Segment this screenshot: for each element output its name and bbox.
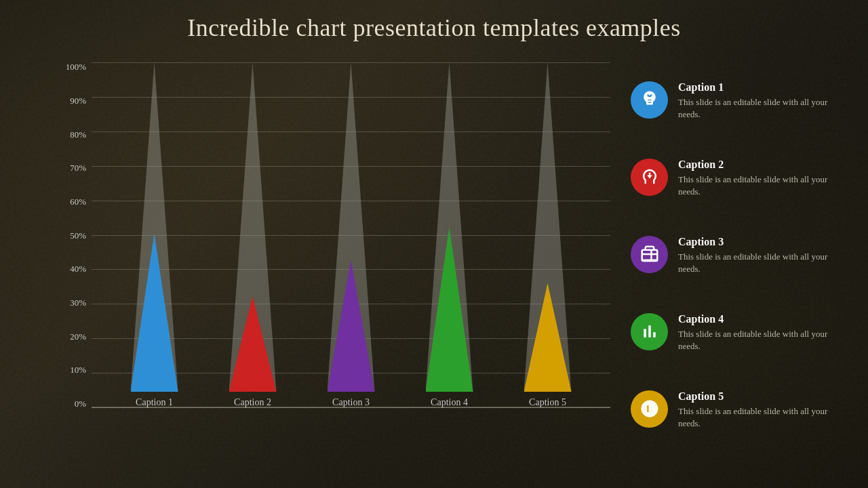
y-label-90: 90% (58, 96, 92, 105)
y-label-50: 50% (58, 231, 92, 240)
chart-bar-icon (639, 321, 660, 342)
bar-group-4: Caption 4 (416, 62, 484, 408)
legend-title-2: Caption 2 (678, 159, 848, 171)
bar-group-2: Caption 2 (219, 62, 287, 408)
legend-icon-4 (631, 313, 668, 350)
y-label-80: 80% (58, 130, 92, 139)
briefcase-icon (639, 244, 660, 264)
legend-title-5: Caption 5 (678, 390, 848, 403)
y-label-100: 100% (58, 62, 92, 71)
legend-title-4: Caption 4 (678, 313, 848, 325)
legend-text-1: Caption 1 This slide is an editable slid… (678, 81, 848, 121)
bar-group-1: Caption 1 (121, 62, 189, 408)
legend-icon-2 (631, 159, 668, 196)
chart-area: 0% 10% 20% 30% 40% 50% 60% 70% 80% 90% 1… (20, 56, 610, 455)
y-label-0: 0% (58, 399, 92, 408)
legend-desc-2: This slide is an editable slide with all… (678, 174, 848, 198)
legend-text-2: Caption 2 This slide is an editable slid… (678, 159, 848, 198)
legend-icon-5 (631, 390, 668, 428)
chart-inner: 0% 10% 20% 30% 40% 50% 60% 70% 80% 90% 1… (58, 62, 610, 408)
y-label-30: 30% (58, 298, 92, 307)
bar-wrapper-5 (524, 62, 572, 392)
content-area: 0% 10% 20% 30% 40% 50% 60% 70% 80% 90% 1… (20, 56, 848, 455)
bar-group-5: Caption 5 (514, 62, 582, 408)
brain-gear-icon (639, 167, 660, 187)
legend: Caption 1 This slide is an editable slid… (631, 56, 848, 455)
y-axis: 0% 10% 20% 30% 40% 50% 60% 70% 80% 90% 1… (58, 62, 92, 408)
legend-title-1: Caption 1 (678, 81, 848, 94)
legend-icon-3 (631, 236, 668, 273)
bar-group-3: Caption 3 (317, 62, 385, 408)
lightbulb-icon (639, 89, 660, 110)
bars-container: Caption 1 Caption 2 (92, 62, 610, 408)
legend-desc-1: This slide is an editable slide with all… (678, 96, 848, 121)
legend-text-3: Caption 3 This slide is an editable slid… (678, 236, 848, 275)
y-label-40: 40% (58, 264, 92, 273)
y-label-10: 10% (58, 365, 92, 374)
main-container: Incredible chart presentation templates … (0, 0, 868, 488)
y-label-20: 20% (58, 332, 92, 341)
legend-item-2: Caption 2 This slide is an editable slid… (631, 159, 848, 198)
bar-wrapper-4 (426, 62, 473, 392)
bar-wrapper-3 (328, 62, 375, 392)
legend-text-5: Caption 5 This slide is an editable slid… (678, 390, 848, 430)
legend-desc-4: This slide is an editable slide with all… (678, 328, 848, 352)
legend-item-3: Caption 3 This slide is an editable slid… (631, 236, 848, 275)
legend-title-3: Caption 3 (678, 236, 848, 248)
legend-icon-1 (631, 81, 668, 119)
legend-desc-3: This slide is an editable slide with all… (678, 251, 848, 275)
y-label-70: 70% (58, 163, 92, 172)
bar-wrapper-1 (131, 62, 178, 392)
handshake-icon (639, 399, 660, 419)
page-title: Incredible chart presentation templates … (20, 14, 848, 42)
legend-item-5: Caption 5 This slide is an editable slid… (631, 390, 848, 430)
legend-item-1: Caption 1 This slide is an editable slid… (631, 81, 848, 121)
legend-desc-5: This slide is an editable slide with all… (678, 405, 848, 430)
legend-text-4: Caption 4 This slide is an editable slid… (678, 313, 848, 352)
legend-item-4: Caption 4 This slide is an editable slid… (631, 313, 848, 352)
y-label-60: 60% (58, 197, 92, 206)
x-axis-line (92, 407, 610, 408)
bar-wrapper-2 (229, 62, 277, 392)
